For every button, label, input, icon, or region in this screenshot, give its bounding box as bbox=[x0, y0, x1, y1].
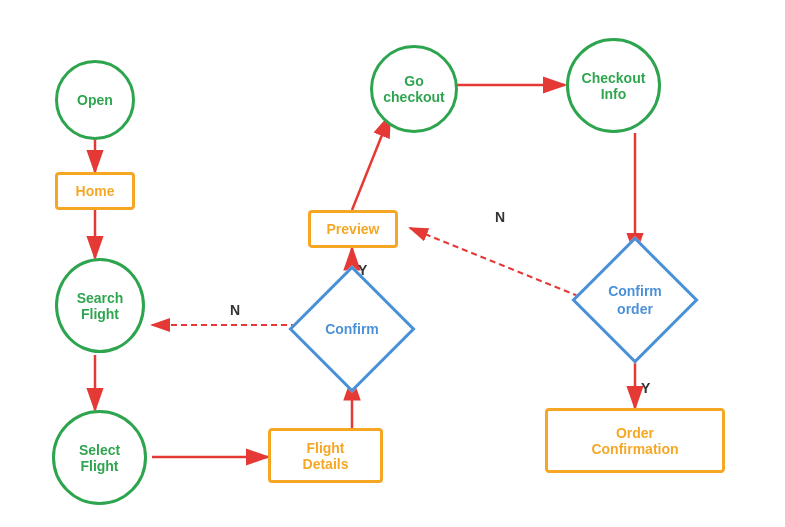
go-checkout-node: Go checkout bbox=[370, 45, 458, 133]
svg-line-9 bbox=[352, 115, 390, 210]
order-confirmation-node: Order Confirmation bbox=[545, 408, 725, 473]
flight-details-node: Flight Details bbox=[268, 428, 383, 483]
n-label-confirm: N bbox=[230, 302, 240, 318]
preview-node: Preview bbox=[308, 210, 398, 248]
checkout-info-node: Checkout Info bbox=[566, 38, 661, 133]
home-node: Home bbox=[55, 172, 135, 210]
y-label-confirm-order: Y bbox=[641, 380, 651, 396]
svg-line-12 bbox=[410, 228, 588, 300]
confirm-node: Confirm bbox=[308, 285, 396, 373]
search-flight-node: Search Flight bbox=[55, 258, 145, 353]
open-node: Open bbox=[55, 60, 135, 140]
select-flight-node: Select Flight bbox=[52, 410, 147, 505]
n-label-confirm-order: N bbox=[495, 209, 505, 225]
confirm-order-node: Confirm order bbox=[590, 255, 680, 345]
